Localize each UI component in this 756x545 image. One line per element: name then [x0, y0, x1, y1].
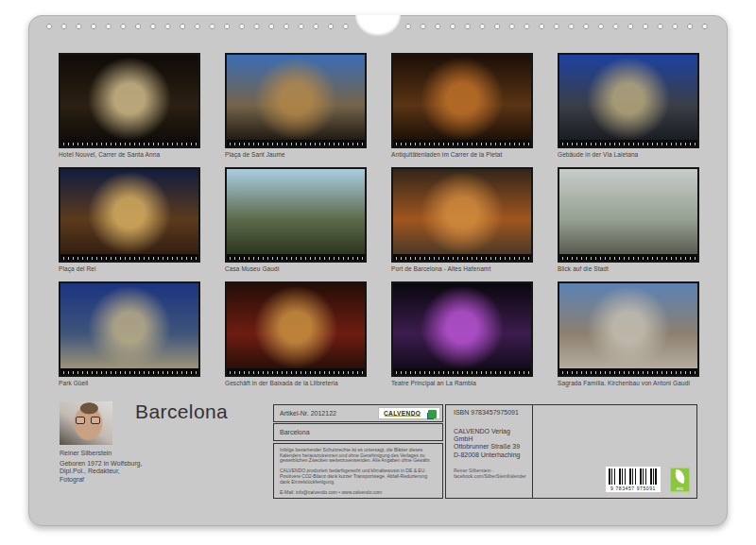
- title-box-text: Barcelona: [280, 429, 310, 435]
- glasses-icon: [76, 417, 100, 424]
- calvendo-logo-icon: [428, 410, 437, 418]
- article-number-box: Artikel-Nr. 2012122 CALVENDO: [273, 404, 443, 422]
- photo-caption: Casa Museu Gaudí: [225, 265, 367, 273]
- photo-caption: Sagrada Família. Kirchenbau von Antoni G…: [558, 380, 699, 387]
- author-contact: Reiner Silberstein - facebook.com/Silber…: [454, 468, 524, 479]
- date-strip: [227, 368, 365, 375]
- photo-thumbnail: [558, 281, 699, 377]
- date-strip: [60, 140, 198, 146]
- calvendo-logo-tagline: [385, 416, 421, 417]
- legal-text-box: Infolge bestehender Schutzrechte ist es …: [273, 443, 443, 499]
- photo-cell: Antiquitätenladen im Carrer de la Pietat: [391, 53, 533, 159]
- photo-grid: Hotel Nouvel, Carrer de Santa AnnaPlaça …: [59, 53, 699, 387]
- publisher-address: CALVENDO Verlag GmbH Ottobrunner Straße …: [454, 428, 524, 459]
- photo-caption: Teatre Principal an La Rambla: [391, 380, 533, 387]
- publisher-column: ISBN 9783457975091 CALVENDO Verlag GmbH …: [446, 405, 532, 498]
- page-title: Barcelona: [135, 400, 228, 423]
- date-strip: [559, 140, 697, 146]
- date-strip: [559, 368, 697, 375]
- barcode: 9 783457 975091: [606, 467, 661, 492]
- photo-cell: Hotel Nouvel, Carrer de Santa Anna: [59, 53, 200, 159]
- calvendo-logo: CALVENDO: [378, 407, 440, 419]
- photo-thumbnail: [558, 167, 699, 263]
- barcode-bars-icon: [609, 468, 658, 485]
- binding-holes-right-icon: [402, 22, 713, 31]
- photo-thumbnail: [225, 167, 367, 263]
- date-strip: [393, 254, 531, 261]
- eco-label-text: eco: [670, 486, 690, 491]
- date-strip: [227, 140, 365, 146]
- photo-thumbnail: [59, 281, 200, 377]
- photo-cell: Teatre Principal an La Rambla: [391, 281, 533, 387]
- photo-thumbnail: [59, 53, 200, 148]
- title-box: Barcelona: [273, 423, 443, 441]
- photo-caption: Port de Barcelona - Altes Hafenamt: [391, 265, 533, 273]
- photo-cell: Sagrada Família. Kirchenbau von Antoni G…: [558, 281, 699, 387]
- photo-caption: Hotel Nouvel, Carrer de Santa Anna: [59, 151, 200, 159]
- leaf-icon: [673, 469, 685, 484]
- date-strip: [393, 140, 531, 146]
- date-strip: [393, 368, 531, 375]
- isbn-text: ISBN 9783457975091: [454, 409, 524, 416]
- binding-holes-left-icon: [43, 22, 354, 31]
- photo-thumbnail: [391, 167, 533, 263]
- author-photo: [60, 401, 112, 445]
- hanger-notch: [355, 15, 401, 37]
- calendar-back-cover: Hotel Nouvel, Carrer de Santa AnnaPlaça …: [0, 0, 756, 545]
- author-name: Reiner Silberstein: [60, 450, 112, 456]
- photo-cell: Geschäft in der Baixada de la Llibreteri…: [225, 281, 367, 387]
- barcode-cell: 9 783457 975091 eco: [532, 405, 696, 498]
- calendar-sheet: Hotel Nouvel, Carrer de Santa AnnaPlaça …: [28, 15, 728, 526]
- photo-caption: Park Güell: [59, 380, 200, 387]
- photo-cell: Gebäude in der Via Laietana: [558, 53, 699, 159]
- photo-thumbnail: [391, 281, 533, 377]
- photo-caption: Antiquitätenladen im Carrer de la Pietat: [391, 151, 533, 159]
- photo-thumbnail: [225, 281, 367, 377]
- photo-thumbnail: [59, 167, 200, 263]
- photo-cell: Plaça del Rei: [59, 167, 200, 273]
- date-strip: [60, 254, 198, 261]
- photo-thumbnail: [391, 53, 533, 148]
- photo-caption: Gebäude in der Via Laietana: [558, 151, 699, 159]
- photo-cell: Casa Museu Gaudí: [225, 167, 367, 273]
- barcode-number: 9 783457 975091: [609, 485, 658, 491]
- date-strip: [559, 254, 697, 261]
- photo-thumbnail: [558, 53, 699, 148]
- date-strip: [227, 254, 365, 261]
- article-number: Artikel-Nr. 2012122: [280, 410, 336, 417]
- photo-caption: Plaça de Sant Jaume: [225, 151, 367, 159]
- eco-label: eco: [670, 468, 690, 492]
- author-bio: Geboren 1972 in Wolfsburg, Dipl.Pol., Re…: [60, 460, 142, 484]
- photo-cell: Blick auf die Stadt: [558, 167, 699, 273]
- photo-cell: Park Güell: [59, 281, 200, 387]
- photo-caption: Blick auf die Stadt: [558, 265, 699, 273]
- photo-caption: Plaça del Rei: [59, 265, 200, 273]
- photo-thumbnail: [225, 53, 367, 148]
- date-strip: [60, 368, 198, 375]
- photo-cell: Plaça de Sant Jaume: [225, 53, 367, 159]
- photo-cell: Port de Barcelona - Altes Hafenamt: [391, 167, 533, 273]
- publisher-box: ISBN 9783457975091 CALVENDO Verlag GmbH …: [445, 404, 697, 499]
- photo-caption: Geschäft in der Baixada de la Llibreteri…: [225, 380, 367, 387]
